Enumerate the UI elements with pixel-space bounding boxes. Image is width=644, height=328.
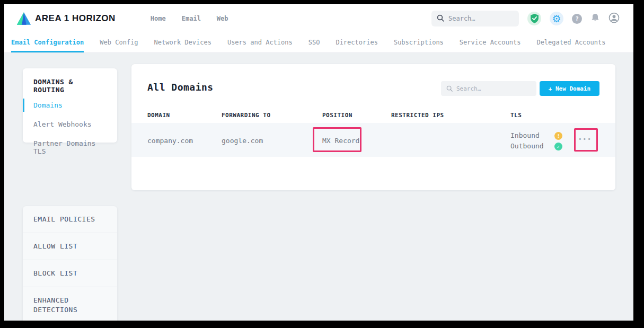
all-domains-panel: All Domains + New Domain DOMAIN FORWARDI… <box>131 64 615 190</box>
row-actions-ellipsis-icon[interactable]: ••• <box>578 136 592 143</box>
cell-forwarding-to: google.com <box>222 137 263 145</box>
tls-outbound-ok-icon: ✓ <box>554 143 562 150</box>
domains-routing-heading: DOMAINS & ROUTING <box>23 78 117 94</box>
sidebar-item-enhanced-detections[interactable]: ENHANCED DETECTIONS <box>23 287 117 321</box>
col-header-forwarding-to: FORWARDING TO <box>222 112 271 119</box>
nav-item-web[interactable]: Web <box>217 15 228 22</box>
logo-text: AREA 1 HORIZON <box>35 13 116 24</box>
top-right-controls: ⚙ ? <box>431 11 620 26</box>
search-icon <box>437 14 444 24</box>
shield-check-icon[interactable] <box>527 12 541 25</box>
global-search[interactable] <box>431 11 519 26</box>
tab-email-configuration[interactable]: Email Configuration <box>11 33 84 52</box>
domains-search[interactable] <box>441 81 536 96</box>
new-domain-button[interactable]: + New Domain <box>540 81 599 96</box>
logo-triangle-icon <box>16 12 32 26</box>
tab-users-and-actions[interactable]: Users and Actions <box>227 33 293 52</box>
top-bar: AREA 1 HORIZON Home Email Web ⚙ <box>4 4 633 33</box>
sidebar-item-block-list[interactable]: BLOCK LIST <box>23 260 117 287</box>
page-content: DOMAINS & ROUTING Domains Alert Webhooks… <box>4 53 633 321</box>
page-title: All Domains <box>147 82 214 93</box>
col-header-domain: DOMAIN <box>147 112 170 119</box>
table-row[interactable]: company.com google.com MX Record Inbound… <box>131 123 615 157</box>
tls-inbound-warning-icon: ! <box>554 132 562 140</box>
nav-item-home[interactable]: Home <box>151 15 166 22</box>
sidebar-item-allow-list[interactable]: ALLOW LIST <box>23 233 117 260</box>
tab-delegated-accounts[interactable]: Delegated Accounts <box>536 33 605 52</box>
tls-outbound-label: Outbound <box>510 142 544 150</box>
col-header-tls: TLS <box>510 112 522 119</box>
area1-logo[interactable]: AREA 1 HORIZON <box>16 12 116 26</box>
bell-icon[interactable] <box>590 13 600 25</box>
gear-icon[interactable]: ⚙ <box>550 12 563 25</box>
tab-subscriptions[interactable]: Subscriptions <box>394 33 444 52</box>
sidebar-item-alert-webhooks[interactable]: Alert Webhooks <box>23 117 117 132</box>
policy-sections-card: EMAIL POLICIES ALLOW LIST BLOCK LIST ENH… <box>23 206 117 321</box>
app-window: AREA 1 HORIZON Home Email Web ⚙ <box>4 4 633 321</box>
cell-domain: company.com <box>147 137 193 145</box>
config-tab-bar: Email Configuration Web Config Network D… <box>4 33 633 53</box>
tab-network-devices[interactable]: Network Devices <box>154 33 211 52</box>
tls-inbound-label: Inbound <box>510 131 540 139</box>
col-header-position: POSITION <box>322 112 352 119</box>
help-icon[interactable]: ? <box>572 14 582 24</box>
search-icon <box>446 84 453 94</box>
top-nav: Home Email Web <box>151 15 228 22</box>
global-search-input[interactable] <box>448 15 514 22</box>
tab-service-accounts[interactable]: Service Accounts <box>460 33 521 52</box>
sidebar-item-domains[interactable]: Domains <box>23 97 117 113</box>
nav-item-email[interactable]: Email <box>182 15 201 22</box>
user-avatar-icon[interactable] <box>608 12 620 25</box>
domains-search-input[interactable] <box>456 85 531 92</box>
sidebar-item-partner-domains-tls[interactable]: Partner Domains TLS <box>23 136 117 159</box>
domains-routing-card: DOMAINS & ROUTING Domains Alert Webhooks… <box>23 68 117 143</box>
cell-position: MX Record <box>322 137 359 145</box>
col-header-restricted-ips: RESTRICTED IPS <box>391 112 444 119</box>
sidebar-item-email-policies[interactable]: EMAIL POLICIES <box>23 206 117 233</box>
tab-web-config[interactable]: Web Config <box>100 33 138 52</box>
tab-sso[interactable]: SSO <box>308 33 320 52</box>
tab-directories[interactable]: Directories <box>336 33 377 52</box>
